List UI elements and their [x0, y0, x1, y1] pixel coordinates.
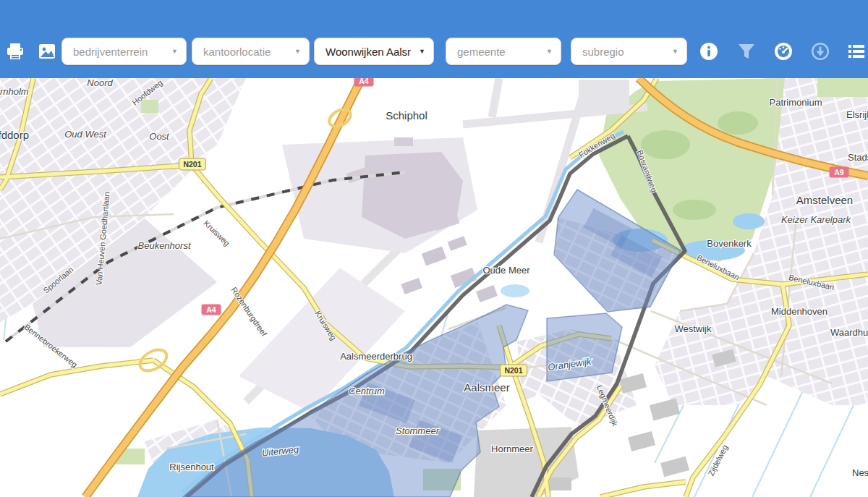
chevron-down-icon: ▼ [419, 48, 425, 55]
svg-text:N201: N201 [504, 366, 522, 375]
map-label: Aalsmeerderbrug [340, 351, 412, 362]
map-label: Aalsmeer [464, 381, 509, 394]
dropdown-subregio[interactable]: subregio ▼ [571, 38, 687, 65]
map-svg: A4N201A4N201A9BornholmNoordHoofdwegHoofd… [0, 78, 868, 497]
chevron-down-icon: ▼ [294, 48, 301, 55]
download-icon [810, 41, 830, 61]
map-label: Westwijk [674, 323, 712, 334]
print-icon [5, 41, 25, 61]
svg-text:A4: A4 [359, 78, 369, 85]
map-label: Amstelveen [796, 194, 853, 206]
chevron-down-icon: ▼ [171, 48, 178, 55]
chevron-down-icon: ▼ [546, 48, 553, 55]
info-icon [699, 41, 719, 61]
map-label: Stommeer [396, 425, 440, 436]
gauge-icon [773, 41, 793, 61]
image-icon [37, 41, 57, 61]
map-label: Nes [852, 467, 868, 478]
info-button[interactable] [699, 41, 719, 61]
dropdown-label: gemeente [457, 46, 506, 58]
chevron-down-icon: ▼ [672, 48, 678, 55]
map-label: Middenhoven [771, 306, 827, 317]
dropdown-label: Woonwijken Aalsmeer [326, 46, 411, 58]
road-badge: A4 [202, 305, 221, 315]
map-label: Oost [149, 131, 170, 142]
road-badge: N201 [501, 365, 527, 376]
svg-text:N201: N201 [183, 160, 201, 169]
map-label: Stadshart [848, 152, 868, 163]
map-label: Hornmeer [491, 443, 533, 454]
map-label: Rijsenhout [169, 462, 214, 472]
map-label: Patrimonium [770, 97, 822, 108]
dropdown-woonwijken[interactable]: Woonwijken Aalsmeer ▼ [314, 38, 434, 65]
map-label: Schiphol [386, 109, 427, 122]
dropdown-bedrijventerrein[interactable]: bedrijventerrein ▼ [61, 38, 187, 65]
map-label: Noord [87, 78, 113, 88]
gauge-button[interactable] [773, 41, 793, 61]
map-label: Keizer Karelpark [781, 214, 852, 225]
map-label: Beukenhorst [138, 240, 192, 251]
dropdown-label: bedrijventerrein [73, 46, 148, 58]
map-canvas[interactable]: A4N201A4N201A9BornholmNoordHoofdwegHoofd… [0, 78, 868, 497]
map-label: Centrum [349, 386, 385, 396]
svg-text:A4: A4 [206, 305, 216, 314]
header-bar: bedrijventerrein ▼ kantoorlocatie ▼ Woon… [0, 0, 868, 78]
filter-icon [736, 41, 757, 61]
map-label: Bornholm [0, 86, 29, 97]
road-badge: N201 [179, 158, 206, 170]
toolbar: bedrijventerrein ▼ kantoorlocatie ▼ Woon… [0, 38, 868, 65]
dropdown-label: subregio [582, 46, 624, 58]
road-badge: A9 [830, 167, 849, 178]
map-label: Hoofddorp [0, 129, 29, 141]
download-button[interactable] [810, 41, 830, 61]
image-button[interactable] [37, 41, 57, 61]
filter-button[interactable] [736, 41, 757, 61]
list-button[interactable] [846, 41, 867, 61]
dropdown-gemeente[interactable]: gemeente ▼ [446, 38, 561, 65]
map-application: bedrijventerrein ▼ kantoorlocatie ▼ Woon… [0, 0, 868, 497]
list-icon [846, 41, 867, 61]
map-label: Elsrijk [846, 109, 868, 120]
map-label: Oude Meer [482, 265, 530, 276]
print-button[interactable] [5, 41, 25, 61]
svg-text:A9: A9 [834, 168, 844, 177]
map-label: Waardhuizen [830, 327, 868, 338]
map-label: Bovenkerk [707, 238, 752, 249]
map-label: Oud West [64, 129, 107, 140]
dropdown-kantoorlocatie[interactable]: kantoorlocatie ▼ [192, 38, 310, 65]
road-badge: A4 [354, 78, 374, 87]
dropdown-label: kantoorlocatie [203, 46, 271, 58]
